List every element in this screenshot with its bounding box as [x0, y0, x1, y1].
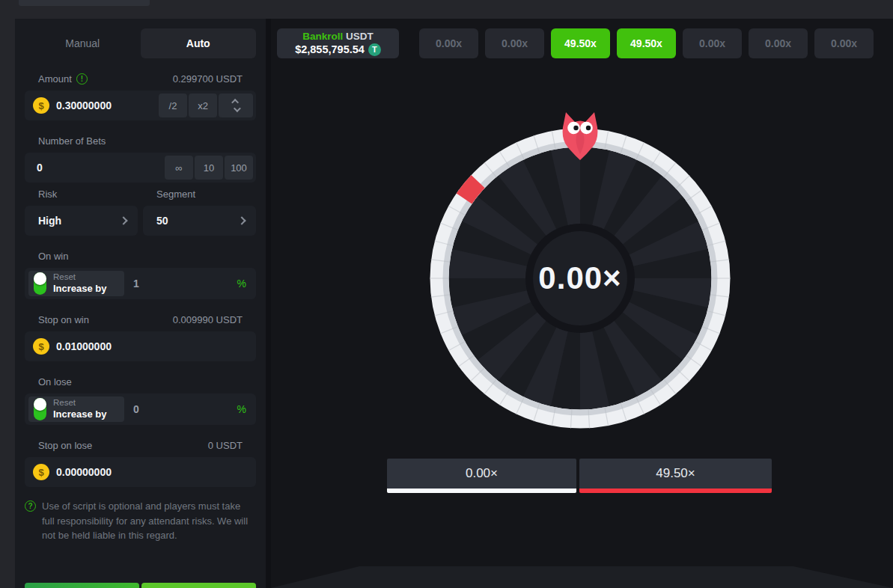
game-main-area: Bankroll USDT $2,855,795.54 T 0.00x 0.00…	[271, 19, 893, 588]
multiplier-chip[interactable]: 49.50x	[617, 28, 676, 58]
on-win-label-row: On win	[38, 251, 243, 262]
on-win-percent-sign: %	[237, 278, 246, 290]
on-win-label: On win	[38, 251, 68, 262]
result-bar-right: 49.50×	[579, 459, 772, 493]
on-lose-label-row: On lose	[38, 376, 243, 388]
bet-controls-sidebar: Manual Auto Amount ! 0.299700 USDT $ 0.3…	[15, 19, 266, 588]
on-lose-toggle[interactable]: Reset Increase by	[28, 396, 124, 422]
coin-icon: $	[33, 338, 49, 355]
on-lose-increase-label: Increase by	[53, 408, 107, 420]
info-icon: !	[76, 73, 88, 85]
toggle-knob	[34, 272, 46, 285]
multiplier-legend-bars: 0.00× 49.50×	[387, 459, 772, 493]
risk-label: Risk	[38, 189, 138, 200]
stop-on-lose-converted: 0 USDT	[208, 440, 243, 451]
stop-on-lose-label-row: Stop on lose 0 USDT	[38, 440, 243, 451]
amount-label-row: Amount ! 0.299700 USDT	[38, 73, 243, 85]
number-of-bets-value[interactable]: 0	[37, 162, 43, 174]
on-lose-row: Reset Increase by 0 %	[25, 393, 256, 425]
half-button[interactable]: /2	[159, 94, 187, 117]
amount-stepper[interactable]	[219, 94, 253, 117]
amount-value[interactable]: 0.30000000	[56, 99, 112, 111]
stop-on-lose-input[interactable]: $ 0.00000000	[25, 457, 256, 487]
amount-label: Amount	[38, 73, 72, 85]
wheel: 0.00×	[423, 121, 737, 435]
bets-infinity-button[interactable]: ∞	[165, 156, 193, 180]
help-icon: ?	[25, 500, 36, 512]
segment-label: Segment	[156, 189, 256, 200]
bankroll-amount: $2,855,795.54	[295, 43, 365, 56]
bankroll-currency-text: USDT	[346, 31, 374, 42]
on-win-row: Reset Increase by 1 %	[25, 268, 256, 299]
tab-auto[interactable]: Auto	[141, 28, 257, 58]
risk-value: High	[38, 215, 61, 227]
toggle-switch-icon[interactable]	[34, 398, 46, 420]
chevron-right-icon	[119, 216, 127, 224]
on-lose-value[interactable]: 0	[133, 403, 139, 415]
result-bar-left-label: 0.00×	[466, 466, 498, 481]
multiplier-chip[interactable]: 49.50x	[551, 28, 610, 58]
bets-10-button[interactable]: 10	[195, 156, 223, 180]
bankroll-label: Bankroll	[302, 31, 343, 42]
on-lose-reset-label: Reset	[53, 398, 107, 408]
bankroll-display[interactable]: Bankroll USDT $2,855,795.54 T	[277, 28, 399, 58]
segment-select[interactable]: 50	[143, 206, 256, 236]
toggle-knob	[34, 398, 46, 411]
owl-mascot-icon	[560, 111, 600, 162]
bottom-action-buttons	[25, 583, 256, 588]
disclaimer-text: Use of script is optional and players mu…	[42, 499, 255, 543]
stop-on-win-value[interactable]: 0.01000000	[56, 340, 112, 352]
stop-on-win-label: Stop on win	[38, 314, 89, 325]
on-win-increase-label: Increase by	[53, 283, 107, 295]
on-win-reset-label: Reset	[53, 272, 107, 283]
number-of-bets-label: Number of Bets	[38, 135, 106, 147]
chevron-right-icon	[237, 216, 246, 224]
multiplier-chip[interactable]: 0.00x	[814, 28, 874, 58]
result-bar-right-label: 49.50×	[656, 466, 695, 481]
bets-100-button[interactable]: 100	[225, 156, 253, 180]
tab-manual[interactable]: Manual	[25, 28, 141, 58]
top-tab-partial[interactable]	[19, 0, 150, 6]
on-lose-percent-sign: %	[237, 403, 246, 415]
sidebar-divider	[266, 19, 271, 588]
number-of-bets-input[interactable]: 0 ∞ 10 100	[25, 153, 256, 183]
result-bar-left: 0.00×	[387, 459, 576, 493]
stop-on-lose-value[interactable]: 0.00000000	[56, 466, 112, 478]
amount-input[interactable]: $ 0.30000000 /2 x2	[25, 91, 256, 120]
tether-icon: T	[368, 43, 381, 56]
toggle-switch-icon[interactable]	[34, 272, 46, 295]
risk-select[interactable]: High	[25, 206, 138, 236]
game-panel: Manual Auto Amount ! 0.299700 USDT $ 0.3…	[15, 19, 893, 588]
on-win-toggle[interactable]: Reset Increase by	[28, 271, 124, 296]
stop-on-lose-label: Stop on lose	[38, 440, 92, 451]
wheel-result-multiplier: 0.00×	[423, 121, 737, 435]
script-disclaimer: ? Use of script is optional and players …	[25, 499, 255, 543]
start-autobet-button-partial[interactable]	[25, 583, 139, 588]
number-of-bets-label-row: Number of Bets	[38, 135, 243, 147]
multiplier-chip[interactable]: 0.00x	[683, 28, 742, 58]
bet-button-partial[interactable]	[141, 583, 256, 588]
multiplier-chip[interactable]: 0.00x	[485, 28, 544, 58]
double-button[interactable]: x2	[189, 94, 217, 117]
floor-shadow	[271, 566, 893, 588]
coin-icon: $	[33, 464, 49, 480]
stop-on-win-converted: 0.009990 USDT	[173, 314, 243, 325]
on-lose-label: On lose	[38, 376, 72, 388]
segment-value: 50	[156, 215, 168, 227]
stop-on-win-input[interactable]: $ 0.01000000	[25, 331, 256, 361]
on-win-value[interactable]: 1	[133, 278, 139, 290]
multiplier-chip[interactable]: 0.00x	[749, 28, 808, 58]
stop-on-win-label-row: Stop on win 0.009990 USDT	[38, 314, 243, 325]
coin-icon: $	[33, 97, 49, 114]
amount-converted: 0.299700 USDT	[173, 73, 243, 85]
multiplier-history-row: 0.00x 0.00x 49.50x 49.50x 0.00x 0.00x 0.…	[419, 28, 874, 58]
multiplier-chip[interactable]: 0.00x	[419, 28, 478, 58]
mode-tabs: Manual Auto	[25, 28, 256, 58]
